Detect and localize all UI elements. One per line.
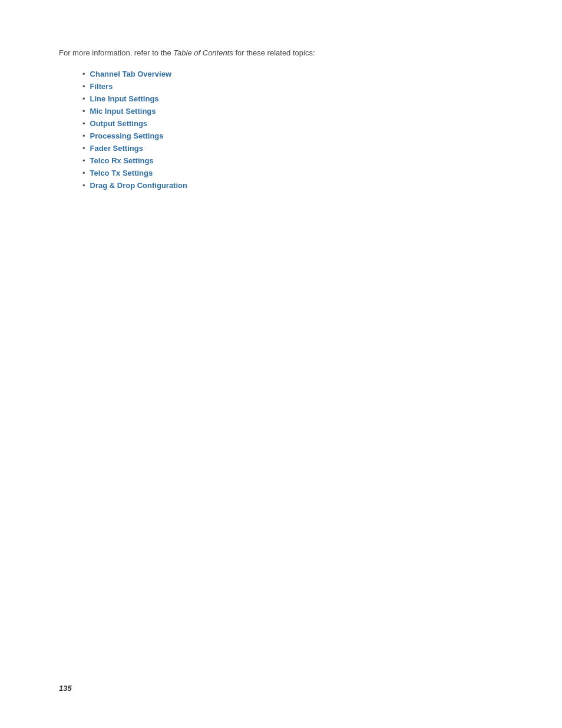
list-item: •Telco Tx Settings [82,169,503,177]
list-item: •Filters [82,82,503,91]
page-content: For more information, refer to the Table… [0,0,562,241]
topic-link-telco-rx-settings[interactable]: Telco Rx Settings [90,156,154,165]
bullet-icon: • [82,70,85,78]
bullet-icon: • [82,119,85,128]
topic-link-fader-settings[interactable]: Fader Settings [90,144,143,153]
topic-link-filters[interactable]: Filters [90,82,113,91]
bullet-icon: • [82,169,85,177]
list-item: •Mic Input Settings [82,107,503,116]
bullet-icon: • [82,82,85,91]
bullet-icon: • [82,107,85,116]
list-item: •Output Settings [82,119,503,128]
topic-link-drag-drop-configuration[interactable]: Drag & Drop Configuration [90,181,187,190]
bullet-icon: • [82,181,85,190]
topic-link-output-settings[interactable]: Output Settings [90,119,148,128]
list-item: •Fader Settings [82,144,503,153]
bullet-icon: • [82,94,85,103]
topic-link-channel-tab-overview[interactable]: Channel Tab Overview [90,70,171,78]
bullet-icon: • [82,131,85,140]
list-item: •Channel Tab Overview [82,70,503,78]
topics-list: •Channel Tab Overview•Filters•Line Input… [82,70,503,190]
intro-suffix: for these related topics: [233,48,315,57]
page-number: 135 [59,684,72,693]
list-item: •Telco Rx Settings [82,156,503,165]
topic-link-line-input-settings[interactable]: Line Input Settings [90,94,159,103]
topic-link-processing-settings[interactable]: Processing Settings [90,131,164,140]
bullet-icon: • [82,156,85,165]
list-item: •Drag & Drop Configuration [82,181,503,190]
topic-link-telco-tx-settings[interactable]: Telco Tx Settings [90,169,153,177]
topic-link-mic-input-settings[interactable]: Mic Input Settings [90,107,156,116]
intro-paragraph: For more information, refer to the Table… [59,47,503,59]
table-of-contents-ref: Table of Contents [173,48,233,57]
intro-prefix: For more information, refer to the [59,48,173,57]
list-item: •Processing Settings [82,131,503,140]
list-item: •Line Input Settings [82,94,503,103]
bullet-icon: • [82,144,85,153]
